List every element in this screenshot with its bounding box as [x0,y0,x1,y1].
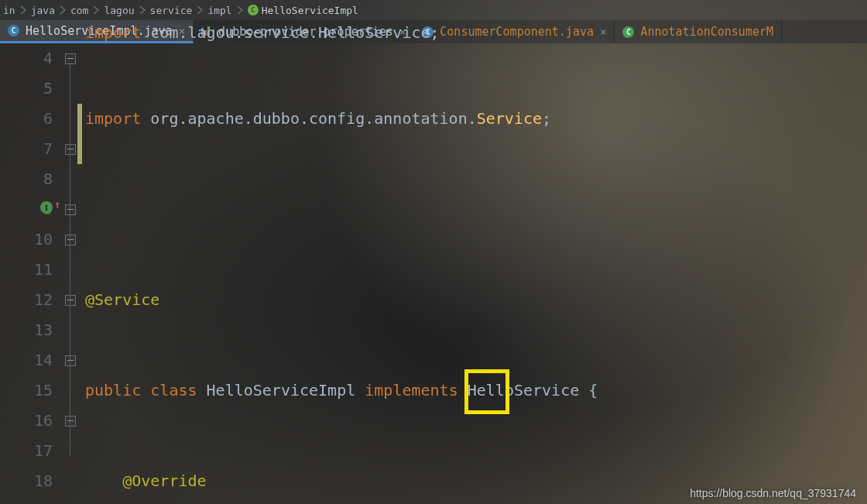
line-number: 18 [0,466,53,496]
chevron-right-icon [197,6,203,14]
line-number: 5 [0,74,53,104]
chevron-right-icon [139,6,146,14]
runnable-class-icon: C [622,26,634,38]
code-line-truncated: import com.lagou.service.HelloService; [85,23,440,42]
line-number: 14 [0,345,53,375]
code-line: @Service [85,285,867,315]
class-icon: C [248,5,259,15]
override-up-arrow-icon[interactable]: ↑ [54,198,60,211]
class-icon: C [8,25,19,36]
tab-consumer-component[interactable]: C ConsumerComponent.java × [414,20,615,43]
line-number: 7 [0,134,53,164]
breadcrumb-item[interactable]: impl [207,5,247,16]
breadcrumb: in java com lagou service impl C HelloSe… [0,0,867,20]
code-editor[interactable]: import com.lagou.service.HelloService; 4… [0,43,867,504]
chevron-right-icon [93,6,99,14]
line-number: 6 [0,104,53,134]
watermark-text: https://blog.csdn.net/qq_37931744 [690,487,856,499]
breadcrumb-item[interactable]: com [70,5,104,16]
implements-gutter-icon[interactable]: I [40,201,53,214]
tab-label: AnnotationConsumerM [640,25,773,39]
line-number: 10 [0,225,53,255]
breadcrumb-item[interactable]: java [31,5,70,16]
line-number: 15 [0,375,53,406]
code-line: public class HelloServiceImpl implements… [85,375,867,406]
code-line: import org.apache.dubbo.config.annotatio… [85,104,867,134]
breadcrumb-item[interactable]: service [150,5,208,16]
line-number-gutter: 4 5 6 7 8 9 10 11 12 13 14 15 16 17 18 I… [0,43,63,504]
line-number: 8 [0,164,53,194]
tab-annotation-consumer[interactable]: C AnnotationConsumerM [615,20,782,43]
line-number: 13 [0,315,53,345]
code-line [85,194,867,225]
chevron-right-icon [60,6,66,14]
breadcrumb-item[interactable]: lagou [104,5,149,16]
chevron-right-icon [20,6,26,14]
close-icon[interactable]: × [600,26,606,37]
tab-label: ConsumerComponent.java [440,25,594,39]
breadcrumb-item[interactable]: in [3,5,31,16]
code-area[interactable]: import org.apache.dubbo.config.annotatio… [63,43,867,504]
line-number: 12 [0,285,53,315]
chevron-right-icon [237,6,243,14]
breadcrumb-item-current[interactable]: C HelloServiceImpl [248,5,358,16]
line-number: 4 [0,43,53,74]
line-number: 17 [0,436,53,466]
line-number: 11 [0,255,53,285]
line-number: 16 [0,406,53,436]
